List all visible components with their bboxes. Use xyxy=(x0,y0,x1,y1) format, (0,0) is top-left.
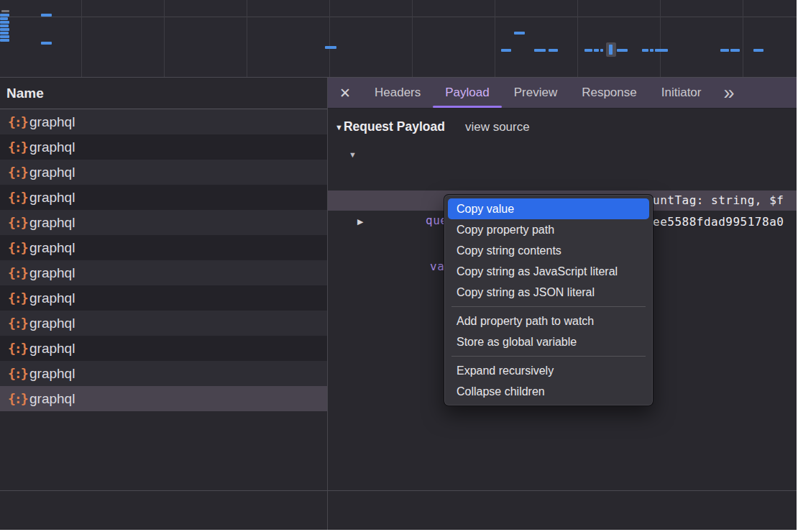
request-name-label: graphql xyxy=(29,391,75,407)
request-timing-bar[interactable] xyxy=(655,49,668,52)
timeline-gridline xyxy=(247,0,247,77)
menu-item-copy-property-path[interactable]: Copy property path xyxy=(448,219,649,240)
network-request-row[interactable]: {:}graphql xyxy=(0,260,327,285)
menu-item-add-property-path-to-watch[interactable]: Add property path to watch xyxy=(448,311,649,331)
request-timing-bar[interactable] xyxy=(720,49,729,52)
network-request-row[interactable]: {:}graphql xyxy=(0,285,327,311)
network-request-row[interactable]: {:}graphql xyxy=(0,386,327,411)
request-name-label: graphql xyxy=(29,240,75,256)
request-timing-bar[interactable] xyxy=(0,35,9,38)
request-name-label: graphql xyxy=(29,165,75,180)
request-name-label: graphql xyxy=(29,341,75,357)
menu-separator xyxy=(451,306,646,307)
menu-item-copy-string-as-javascript-literal[interactable]: Copy string as JavaScript literal xyxy=(448,261,649,282)
menu-item-copy-value[interactable]: Copy value xyxy=(448,198,649,219)
expand-right-icon[interactable]: ▶ xyxy=(357,211,363,233)
timing-marker[interactable] xyxy=(1,10,9,12)
payload-root-row[interactable]: ▼ {operationName: "ipFlowTimeseries", va… xyxy=(328,144,797,166)
request-timing-bar[interactable] xyxy=(753,49,763,52)
request-timing-bar[interactable] xyxy=(650,49,653,52)
close-icon[interactable]: ✕ xyxy=(328,78,362,108)
tab-preview[interactable]: Preview xyxy=(502,78,569,108)
network-request-row[interactable]: {:}graphql xyxy=(0,160,327,185)
view-source-link[interactable]: view source xyxy=(465,120,530,134)
request-name-label: graphql xyxy=(29,366,75,382)
request-timing-bar[interactable] xyxy=(609,45,613,55)
tabs-strip: HeadersPayloadPreviewResponseInitiator xyxy=(362,78,713,108)
timeline-gridline xyxy=(660,0,661,77)
details-tabbar: ✕ HeadersPayloadPreviewResponseInitiator… xyxy=(328,78,797,109)
request-timing-bar[interactable] xyxy=(594,49,599,52)
tab-response[interactable]: Response xyxy=(569,78,649,108)
requests-list: {:}graphql{:}graphql{:}graphql{:}graphql… xyxy=(0,109,327,411)
request-timing-bar[interactable] xyxy=(0,32,9,35)
request-timing-bar[interactable] xyxy=(617,49,628,52)
request-timing-bar[interactable] xyxy=(0,39,9,42)
network-request-row[interactable]: {:}graphql xyxy=(0,361,327,386)
json-braces-icon: {:} xyxy=(8,139,29,155)
expand-down-icon[interactable]: ▼ xyxy=(349,144,357,166)
menu-item-copy-string-contents[interactable]: Copy string contents xyxy=(448,240,649,261)
timeline-gridline xyxy=(412,0,413,77)
json-braces-icon: {:} xyxy=(8,316,29,331)
menu-item-store-as-global-variable[interactable]: Store as global variable xyxy=(448,331,649,352)
network-request-row[interactable]: {:}graphql xyxy=(0,210,327,235)
name-column-label: Name xyxy=(0,86,44,101)
json-braces-icon: {:} xyxy=(8,265,29,280)
menu-item-copy-string-as-json-literal[interactable]: Copy string as JSON literal xyxy=(448,282,649,303)
request-name-label: graphql xyxy=(29,316,75,331)
section-collapse-triangle-icon[interactable]: ▼ xyxy=(335,123,343,132)
request-name-label: graphql xyxy=(29,265,75,281)
json-braces-icon: {:} xyxy=(8,165,29,180)
network-request-row[interactable]: {:}graphql xyxy=(0,109,327,134)
request-timing-bar[interactable] xyxy=(0,14,9,17)
request-name-label: graphql xyxy=(29,290,75,306)
request-timing-bar[interactable] xyxy=(0,24,9,27)
network-request-row[interactable]: {:}graphql xyxy=(0,336,327,361)
request-timing-bar[interactable] xyxy=(41,14,52,17)
json-braces-icon: {:} xyxy=(8,114,29,129)
menu-item-expand-recursively[interactable]: Expand recursively xyxy=(448,360,649,381)
request-timing-bar[interactable] xyxy=(730,49,740,52)
network-overview-timeline[interactable] xyxy=(0,0,797,78)
json-braces-icon: {:} xyxy=(8,341,29,356)
request-timing-bar[interactable] xyxy=(0,17,8,20)
request-timing-bar[interactable] xyxy=(642,49,648,52)
request-timing-bar[interactable] xyxy=(534,49,546,52)
network-request-row[interactable]: {:}graphql xyxy=(0,134,327,160)
request-timing-bar[interactable] xyxy=(549,49,558,52)
context-menu: Copy valueCopy property pathCopy string … xyxy=(444,194,653,406)
request-timing-bar[interactable] xyxy=(584,49,592,52)
devtools-network-panel: Name {:}graphql{:}graphql{:}graphql{:}gr… xyxy=(0,0,797,530)
network-request-row[interactable]: {:}graphql xyxy=(0,235,327,260)
request-timing-bar[interactable] xyxy=(325,46,336,49)
json-braces-icon: {:} xyxy=(8,366,29,381)
tab-headers[interactable]: Headers xyxy=(362,78,433,108)
json-braces-icon: {:} xyxy=(8,391,29,406)
request-payload-section: ▼ Request Payload view source xyxy=(335,119,530,134)
request-timing-bar[interactable] xyxy=(514,32,525,35)
timeline-gridline xyxy=(81,0,82,77)
timeline-gridline xyxy=(329,0,330,77)
network-request-row[interactable]: {:}graphql xyxy=(0,185,327,210)
request-name-label: graphql xyxy=(29,114,75,130)
request-timing-bar[interactable] xyxy=(0,28,9,31)
name-column-header[interactable]: Name xyxy=(0,78,327,109)
network-request-row[interactable]: {:}graphql xyxy=(0,311,327,336)
request-timing-bar[interactable] xyxy=(0,21,9,24)
request-timing-bar[interactable] xyxy=(501,49,511,52)
menu-item-collapse-children[interactable]: Collapse children xyxy=(448,381,649,402)
request-timing-bar[interactable] xyxy=(41,42,52,45)
request-name-label: graphql xyxy=(29,139,75,155)
json-braces-icon: {:} xyxy=(8,190,29,205)
tab-initiator[interactable]: Initiator xyxy=(649,78,714,108)
timeline-gridline xyxy=(743,0,743,77)
json-braces-icon: {:} xyxy=(8,240,29,255)
property-value-right-fragment: untTag: string, $f xyxy=(653,191,784,211)
timeline-gridline xyxy=(164,0,165,77)
request-timing-bar[interactable] xyxy=(600,49,603,52)
tab-payload[interactable]: Payload xyxy=(433,78,501,108)
operation-name-row[interactable]: operationName: "ipFlowTimeseries" xyxy=(328,167,797,189)
more-tabs-icon[interactable]: » xyxy=(719,78,738,108)
property-value-right-fragment: ee5588fdad995178a0 xyxy=(653,211,784,233)
